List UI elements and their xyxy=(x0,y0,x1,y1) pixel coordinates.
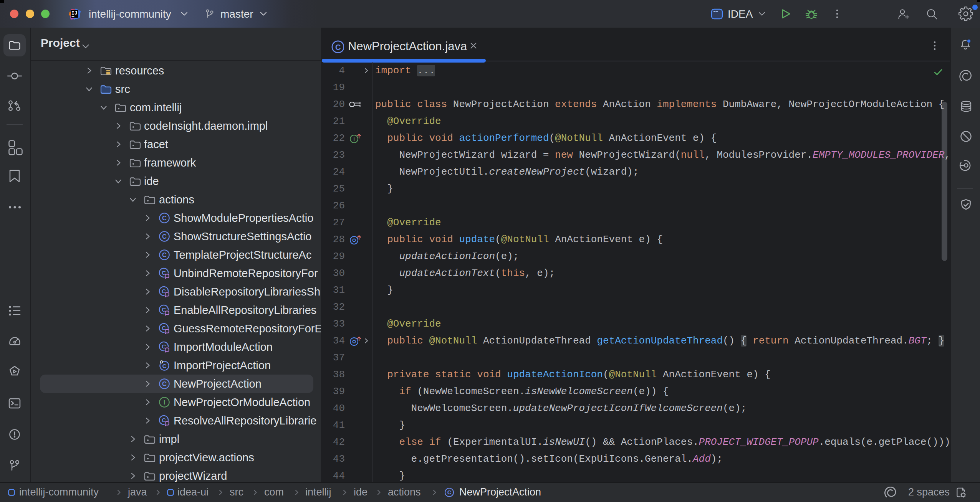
svg-text:C: C xyxy=(447,489,452,495)
svg-text:IJ: IJ xyxy=(71,10,78,16)
svg-text:I: I xyxy=(353,136,355,142)
